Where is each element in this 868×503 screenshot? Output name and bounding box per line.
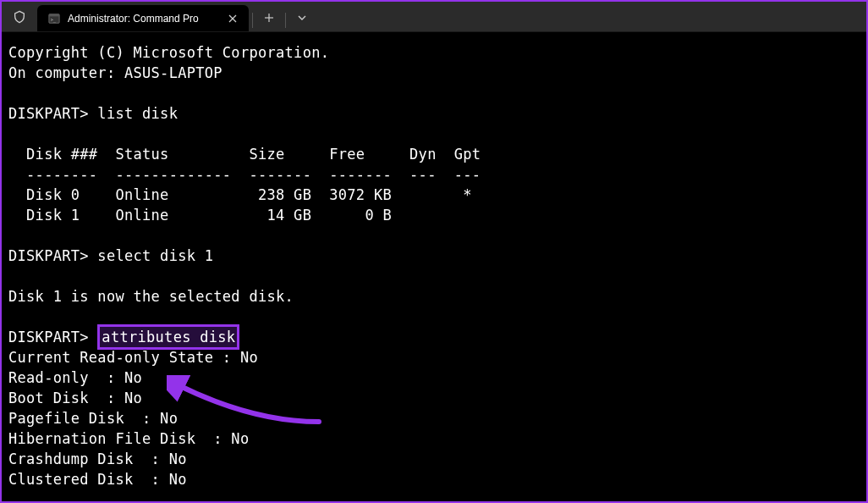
terminal-icon: >_ [47, 12, 61, 25]
shield-icon [2, 2, 37, 31]
attribute-line: Pagefile Disk : No [8, 410, 178, 427]
table-row: Disk 0 Online 238 GB 3072 KB * [8, 186, 472, 203]
highlighted-command: attributes disk [97, 324, 239, 350]
attribute-line: Boot Disk : No [8, 390, 142, 406]
attribute-line: Hibernation File Disk : No [8, 430, 249, 447]
attribute-line: Read-only : No [8, 369, 142, 386]
computer-line: On computer: ASUS-LAPTOP [8, 64, 222, 81]
arrow-annotation-icon [167, 375, 336, 426]
tab-active[interactable]: >_ Administrator: Command Pro [37, 5, 249, 31]
terminal-output[interactable]: Copyright (C) Microsoft Corporation. On … [2, 32, 866, 500]
copyright-line: Copyright (C) Microsoft Corporation. [8, 44, 329, 61]
close-icon[interactable] [225, 11, 240, 26]
attribute-line: Clustered Disk : No [8, 471, 187, 488]
tab-title: Administrator: Command Pro [68, 13, 218, 25]
command-text: list disk [97, 105, 178, 122]
tab-actions [252, 2, 318, 31]
table-header: Disk ### Status Size Free Dyn Gpt [8, 146, 481, 163]
titlebar: >_ Administrator: Command Pro [2, 2, 866, 32]
command-text: select disk 1 [97, 247, 213, 264]
attribute-line: Crashdump Disk : No [8, 450, 187, 467]
prompt: DISKPART> [8, 247, 97, 264]
prompt: DISKPART> [8, 105, 97, 122]
svg-text:>_: >_ [51, 16, 57, 22]
select-result: Disk 1 is now the selected disk. [8, 288, 294, 305]
dropdown-button[interactable] [286, 4, 318, 31]
table-row: Disk 1 Online 14 GB 0 B [8, 207, 392, 224]
prompt: DISKPART> [8, 329, 97, 345]
attribute-line: Current Read-only State : No [8, 349, 258, 366]
table-divider: -------- ------------- ------- ------- -… [8, 166, 481, 183]
new-tab-button[interactable] [253, 4, 285, 31]
